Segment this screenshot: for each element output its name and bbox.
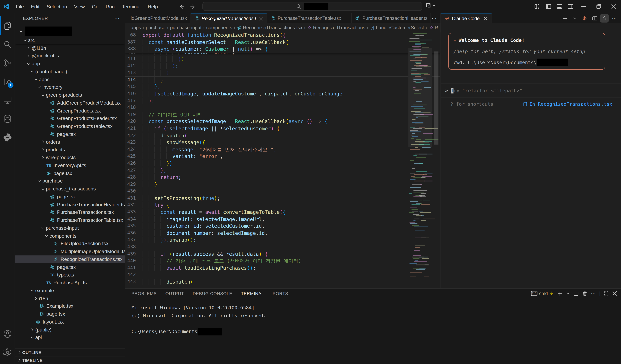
menu-go[interactable]: Go	[88, 2, 102, 11]
code-line-432[interactable]: 432 try {	[125, 202, 440, 209]
tree-item-purchase-input[interactable]: purchase-input	[15, 224, 125, 232]
code-line-417[interactable]: 417 );	[125, 97, 440, 104]
workspace-root-folder[interactable]	[15, 26, 125, 36]
tree-item-orders[interactable]: orders	[15, 138, 125, 146]
code-line-413[interactable]: 413 }	[125, 69, 440, 76]
breadcrumb-purchase-input[interactable]: purchase-input	[170, 25, 202, 30]
lock-icon[interactable]	[600, 14, 609, 22]
panel-more-actions-icon[interactable]: ···	[591, 291, 596, 296]
tree-item-inventoryapi-ts[interactable]: TSInventoryApi.ts	[15, 162, 125, 169]
code-line-68[interactable]: 68export default function RecognizedTran…	[125, 32, 440, 38]
tab-overflow-icon[interactable]: ···	[429, 13, 439, 23]
context-file-link[interactable]: In RecognizedTransactions.tsx	[523, 101, 612, 107]
panel-tab-problems[interactable]: PROBLEMS	[132, 289, 157, 298]
toggle-secondary-sidebar-icon[interactable]	[565, 0, 576, 13]
tree-item-purchase[interactable]: purchase	[15, 177, 125, 185]
tree-item-app[interactable]: app	[15, 60, 125, 68]
code-line-441[interactable]: 441 await loadExistingPurchases();	[125, 264, 440, 271]
code-line-436[interactable]: 436 document_number: selectedImage.id,	[125, 230, 440, 237]
panel-tab-debug-console[interactable]: DEBUG CONSOLE	[193, 289, 232, 298]
tree-item-greenp-products[interactable]: greenp-products	[15, 91, 125, 99]
tree-item-page-tsx[interactable]: page.tsx	[15, 310, 125, 318]
code-line-418[interactable]: 418	[125, 104, 440, 111]
tree-item-page-tsx[interactable]: page.tsx	[15, 130, 125, 138]
breadcrumb-handlecustomerselect[interactable]: handleCustomerSelect	[370, 25, 424, 30]
tree-item-types-ts[interactable]: TStypes.ts	[15, 271, 125, 279]
tree-item-example-tsx[interactable]: Example.tsx	[15, 302, 125, 310]
tree-item-components[interactable]: components	[15, 232, 125, 240]
tree-item-purchasetransactionheader-tsx[interactable]: PurchaseTransactionHeader.tsx	[15, 201, 125, 208]
code-line-388[interactable]: 388 async (customer: Customer | null) =>…	[125, 46, 440, 52]
menu-help[interactable]: Help	[144, 2, 161, 11]
panel-tab-terminal[interactable]: TERMINAL	[241, 289, 264, 298]
explorer-icon[interactable]	[0, 16, 15, 35]
tree-item-recognizedtransactions-tsx[interactable]: RecognizedTransactions.tsx	[15, 256, 125, 263]
code-line-424[interactable]: 424 message: "거래처를 먼저 선택해주세요.",	[125, 146, 440, 153]
launch-profile-button[interactable]	[425, 2, 436, 8]
menu-run[interactable]: Run	[102, 2, 118, 11]
outline-section[interactable]: OUTLINE	[15, 348, 125, 356]
tree-item-(public)[interactable]: (public)	[15, 326, 125, 333]
new-chat-icon[interactable]	[560, 14, 569, 22]
code-line-428[interactable]: 428 return;	[125, 174, 440, 181]
code-line-427[interactable]: 427 );	[125, 167, 440, 174]
tree-item-inventory[interactable]: inventory	[15, 83, 125, 91]
maximize-panel-icon[interactable]	[604, 291, 609, 296]
nav-forward-icon[interactable]	[190, 4, 196, 9]
timeline-section[interactable]: TIMELINE	[15, 356, 125, 364]
code-line-439[interactable]: 439 if (result.success && result.data) {	[125, 250, 440, 257]
code-editor[interactable]: 410 variant: "error", 411 })412 );413 }4…	[125, 32, 440, 288]
tree-item-api[interactable]: api	[15, 334, 125, 342]
menu-file[interactable]: File	[12, 2, 27, 11]
menu-edit[interactable]: Edit	[27, 2, 43, 11]
nav-back-icon[interactable]	[179, 4, 185, 9]
terminal-prompt[interactable]: C:\Users\user\Documents	[132, 328, 621, 335]
search-icon[interactable]	[0, 35, 15, 53]
more-actions-icon[interactable]: ···	[610, 14, 619, 22]
code-line-387[interactable]: 387 const handleCustomerSelect = React.u…	[125, 39, 440, 46]
code-line-438[interactable]: 438	[125, 243, 440, 250]
account-icon[interactable]	[0, 324, 15, 343]
code-line-430[interactable]: 430	[125, 188, 440, 195]
code-line-414[interactable]: 414 }	[125, 76, 440, 83]
code-line-435[interactable]: 435 customer_id: selectedCustomer.id,	[125, 223, 440, 230]
tab-recognizedtransactions.tsx[interactable]: RecognizedTransactions.tsx	[191, 13, 267, 23]
code-line-411[interactable]: 411 })	[125, 55, 440, 62]
tree-item-i18n[interactable]: i18n	[15, 295, 125, 302]
tree-item-products[interactable]: products	[15, 146, 125, 154]
run-and-debug-icon[interactable]: 1	[0, 72, 15, 91]
code-line-410[interactable]: 410 variant: "error",	[125, 53, 440, 55]
settings-icon[interactable]	[0, 343, 15, 362]
database-icon[interactable]	[0, 109, 15, 128]
breadcrumb[interactable]: apps›purchase›purchase-input›components›…	[125, 23, 440, 32]
code-line-440[interactable]: 440 // 기존 구매 목록 로드 (서버에서 이미 저장된 데이터)	[125, 258, 440, 264]
terminal-dropdown-icon[interactable]	[566, 292, 570, 295]
breadcrumb-components[interactable]: components	[206, 25, 232, 30]
kill-terminal-icon[interactable]	[582, 291, 587, 296]
minimap-slider[interactable]	[408, 48, 432, 147]
menu-terminal[interactable]: Terminal	[118, 2, 144, 11]
tree-item-@mock-utils[interactable]: @mock-utils	[15, 52, 125, 60]
tree-item-page-tsx[interactable]: page.tsx	[15, 169, 125, 177]
breadcrumb-recognizedtransactions[interactable]: RecognizedTransactions	[307, 25, 365, 30]
code-line-426[interactable]: 426 })	[125, 160, 440, 167]
toggle-primary-sidebar-icon[interactable]	[543, 0, 554, 13]
code-line-421[interactable]: 421 if (!selectedImage || !selectedCusto…	[125, 125, 440, 132]
close-panel-icon[interactable]	[612, 291, 617, 296]
tree-item-layout-tsx[interactable]: layout.tsx	[15, 318, 125, 326]
window-minimize-button[interactable]	[576, 0, 591, 13]
code-line-431[interactable]: 431 setIsProcessing(true);	[125, 195, 440, 202]
split-terminal-icon[interactable]	[573, 291, 579, 296]
terminal-shell-button[interactable]: C:\ cmd ⚠	[531, 291, 554, 296]
source-control-icon[interactable]	[0, 53, 15, 72]
tree-item-greenpproductstable-tsx[interactable]: GreenpProductsTable.tsx	[15, 122, 125, 130]
tree-item-fileuploadsection-tsx[interactable]: FileUploadSection.tsx	[15, 240, 125, 247]
code-line-433[interactable]: 433 const result = await convertImageToT…	[125, 209, 440, 216]
tab-ldgreenpproductmodal.tsx[interactable]: ldGreenpProductModal.tsx	[125, 13, 191, 23]
remote-explorer-icon[interactable]	[0, 91, 15, 109]
search-input[interactable]	[202, 2, 422, 11]
code-line-422[interactable]: 422 dispatch(	[125, 132, 440, 139]
close-icon[interactable]	[484, 17, 488, 20]
tree-item-multipleimageuploadmodal-tsx[interactable]: MultipleImageUploadModal.tsx	[15, 248, 125, 256]
customize-layout-icon[interactable]	[532, 0, 543, 13]
